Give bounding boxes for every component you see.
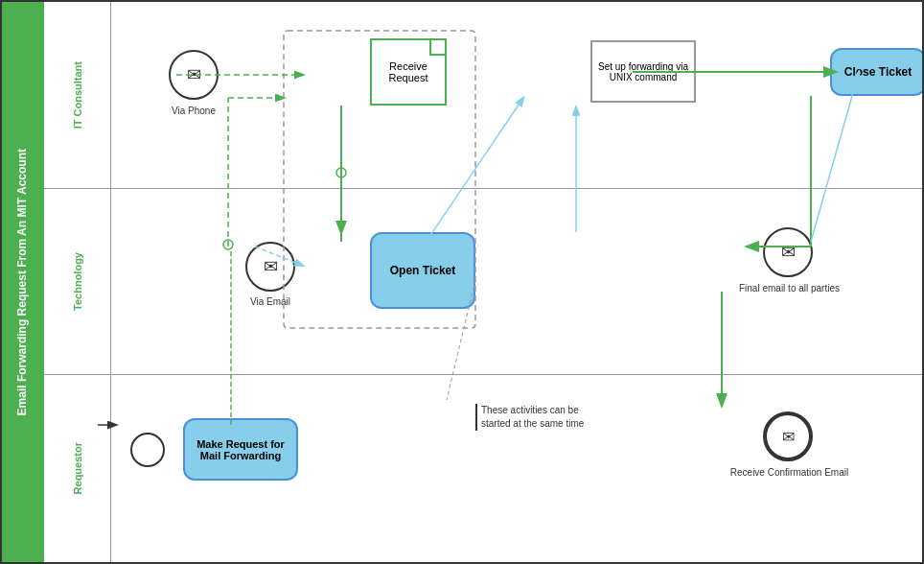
- lane-label-text-tech: Technology: [72, 252, 83, 311]
- lane-label-text-req: Requestor: [72, 442, 83, 494]
- lane-label-requestor: Requestor: [44, 375, 111, 562]
- email-mail-icon: ✉: [264, 256, 278, 277]
- lane-label-technology: Technology: [44, 189, 111, 375]
- final-email-node: ✉: [763, 227, 813, 277]
- receive-request-node: ReceiveRequest: [370, 38, 447, 106]
- lane-label-text-it: IT Consultant: [72, 61, 83, 129]
- via-phone-node: ✉: [169, 50, 219, 100]
- diagram-container: Email Forwarding Request From An MIT Acc…: [0, 0, 924, 564]
- close-ticket-label: Close Ticket: [844, 65, 912, 79]
- open-ticket-label: Open Ticket: [390, 264, 455, 277]
- final-email-label: Final email to all parties: [734, 283, 844, 294]
- open-ticket-node: Open Ticket: [370, 232, 475, 309]
- note-text: These activities can be started at the s…: [475, 404, 590, 431]
- receive-confirm-node: ✉: [763, 411, 813, 461]
- lane-requestor: Requestor Make Request for Mail Forwardi…: [44, 375, 922, 562]
- make-request-label: Make Request for Mail Forwarding: [185, 435, 296, 465]
- confirm-mail-icon: ✉: [782, 428, 795, 446]
- setup-forwarding-node: Set up forwarding via UNIX command: [590, 40, 696, 103]
- diagram-title-bar: Email Forwarding Request From An MIT Acc…: [2, 2, 44, 562]
- lane-content-tech: ✉ Via Email Open Ticket ✉ Final email to…: [111, 189, 922, 375]
- phone-mail-icon: ✉: [187, 64, 201, 85]
- via-email-node: ✉: [245, 242, 295, 292]
- swim-lanes: IT Consultant ✉ Via Phone ReceiveRequest…: [44, 2, 922, 562]
- close-ticket-node: Close Ticket: [830, 48, 924, 96]
- via-phone-label: Via Phone: [155, 106, 232, 116]
- lane-it-consultant: IT Consultant ✉ Via Phone ReceiveRequest…: [44, 2, 922, 189]
- final-email-mail-icon: ✉: [781, 242, 796, 263]
- lane-content-req: Make Request for Mail Forwarding These a…: [111, 375, 922, 562]
- make-request-node: Make Request for Mail Forwarding: [183, 418, 298, 481]
- lane-content-it: ✉ Via Phone ReceiveRequest Set up forwar…: [111, 2, 922, 188]
- start-node: [130, 433, 165, 467]
- doc-corner: [429, 40, 445, 56]
- receive-confirmation-label: Receive Confirmation Email: [729, 467, 849, 478]
- via-email-label: Via Email: [232, 296, 309, 307]
- lane-technology: Technology ✉ Via Email Open Ticket ✉ Fin…: [44, 189, 922, 376]
- lane-label-it-consultant: IT Consultant: [44, 2, 111, 188]
- receive-request-label: ReceiveRequest: [385, 57, 432, 87]
- setup-forwarding-label: Set up forwarding via UNIX command: [592, 58, 694, 86]
- note-content: These activities can be started at the s…: [481, 405, 584, 429]
- diagram-title: Email Forwarding Request From An MIT Acc…: [15, 149, 31, 415]
